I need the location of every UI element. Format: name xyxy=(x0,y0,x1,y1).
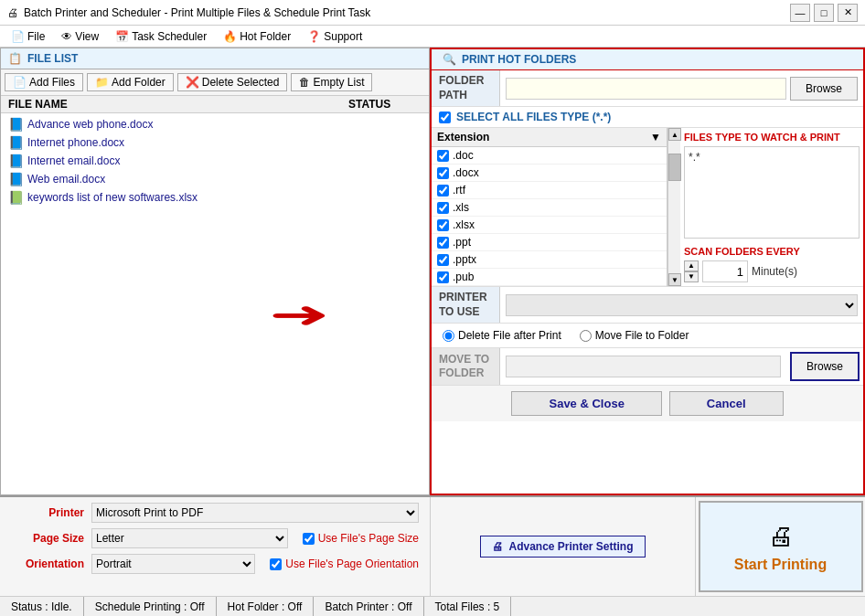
hot-folder-header: 🔍 PRINT HOT FOLDERS xyxy=(432,49,863,70)
ext-scrollbar: ▲ ▼ xyxy=(667,128,680,286)
menu-bar: 📄File 👁View 📅Task Scheduler 🔥Hot Folder … xyxy=(0,26,865,48)
printer-to-use-row: PRINTER TO USE xyxy=(432,287,863,324)
ext-item-doc: .doc xyxy=(432,147,667,165)
delete-file-radio[interactable] xyxy=(443,330,454,342)
ext-checkbox-xlsx[interactable] xyxy=(437,219,449,231)
list-item[interactable]: 📘 Web email.docx xyxy=(1,170,429,188)
ext-checkbox-pptx[interactable] xyxy=(437,254,449,266)
doc-icon: 📘 xyxy=(8,117,24,132)
start-printing-button[interactable]: 🖨 Start Printing xyxy=(699,501,863,592)
ext-item-ppt: .ppt xyxy=(432,234,667,251)
file-list-header: 📋 FILE LIST xyxy=(1,48,429,69)
file-name: Internet email.docx xyxy=(27,154,422,167)
file-list-icon: 📋 xyxy=(8,52,22,65)
hot-folder-title: PRINT HOT FOLDERS xyxy=(462,53,576,66)
bottom-left-panel: Printer Microsoft Print to PDF Page Size… xyxy=(0,497,431,596)
select-all-checkbox[interactable] xyxy=(439,112,451,123)
advance-printer-button[interactable]: 🖨 Advance Printer Setting xyxy=(480,536,645,558)
add-folder-button[interactable]: 📁Add Folder xyxy=(87,73,174,91)
scroll-up-arrow[interactable]: ▲ xyxy=(668,128,681,141)
main-area: 📋 FILE LIST 📄Add Files 📁Add Folder ❌Dele… xyxy=(0,48,865,495)
printer-to-use-select[interactable] xyxy=(506,294,858,316)
file-name: Web email.docx xyxy=(27,173,422,186)
hot-folder-glasses-icon: 🔍 xyxy=(443,53,456,66)
ext-checkbox-rtf[interactable] xyxy=(437,185,449,196)
menu-support[interactable]: ❓Support xyxy=(300,28,369,45)
use-files-orientation-option[interactable]: Use File's Page Orientation xyxy=(270,558,419,570)
move-to-folder-row: MOVE TO FOLDER Browse xyxy=(432,348,863,386)
close-button[interactable]: ✕ xyxy=(838,4,858,22)
move-file-radio[interactable] xyxy=(580,330,592,342)
advance-printer-area: 🖨 Advance Printer Setting xyxy=(431,497,696,596)
list-item[interactable]: 📘 Internet email.docx xyxy=(1,152,429,170)
printer-label: Printer xyxy=(11,506,84,519)
printer-settings-icon: 🖨 xyxy=(492,540,503,553)
ext-item-pub: .pub xyxy=(432,269,667,286)
move-file-option[interactable]: Move File to Folder xyxy=(580,329,689,342)
spin-down-button[interactable]: ▼ xyxy=(684,271,699,282)
column-filename: FILE NAME xyxy=(8,98,348,111)
ext-item-pptx: .pptx xyxy=(432,251,667,269)
title-bar-left: 🖨 Batch Printer and Scheduler - Print Mu… xyxy=(7,6,370,19)
page-size-select[interactable]: Letter xyxy=(91,528,288,548)
status-batch-printer: Batch Printer : Off xyxy=(314,597,423,616)
ext-item-xls: .xls xyxy=(432,199,667,217)
move-to-folder-label: MOVE TO FOLDER xyxy=(432,348,500,385)
ext-checkbox-docx[interactable] xyxy=(437,167,449,179)
use-files-orientation-checkbox[interactable] xyxy=(270,558,282,570)
cancel-button[interactable]: Cancel xyxy=(669,391,784,416)
select-all-row: SELECT ALL FILES TYPE (*.*) xyxy=(432,107,863,128)
dropdown-icon: ▼ xyxy=(650,131,661,143)
spin-up-button[interactable]: ▲ xyxy=(684,260,699,271)
list-item[interactable]: 📗 keywords list of new softwares.xlsx xyxy=(1,188,429,207)
printer-setting-row: Printer Microsoft Print to PDF xyxy=(11,503,419,523)
app-icon: 🖨 xyxy=(7,6,18,19)
scan-interval-input[interactable]: 1 xyxy=(702,260,748,282)
file-icon: 📄 xyxy=(11,30,25,43)
use-files-page-size-option[interactable]: Use File's Page Size xyxy=(303,532,419,545)
xlsx-icon: 📗 xyxy=(8,190,24,205)
menu-view[interactable]: 👁View xyxy=(54,28,106,45)
scroll-down-arrow[interactable]: ▼ xyxy=(668,273,681,286)
delete-selected-button[interactable]: ❌Delete Selected xyxy=(177,73,288,91)
status-hot-folder: Hot Folder : Off xyxy=(217,597,315,616)
save-close-button[interactable]: Save & Close xyxy=(511,391,661,416)
menu-hot-folder[interactable]: 🔥Hot Folder xyxy=(216,28,298,45)
move-to-folder-input[interactable] xyxy=(506,356,781,377)
move-to-folder-browse-button[interactable]: Browse xyxy=(790,352,860,381)
list-item[interactable]: 📘 Internet phone.docx xyxy=(1,133,429,152)
ext-checkbox-doc[interactable] xyxy=(437,150,449,162)
ext-checkbox-xls[interactable] xyxy=(437,202,449,214)
extensions-area: Extension ▼ .doc .docx .rtf .xls .xlsx .… xyxy=(432,128,863,287)
calendar-icon: 📅 xyxy=(115,30,129,43)
hot-folder-panel: 🔍 PRINT HOT FOLDERS FOLDER PATH Browse S… xyxy=(430,48,865,495)
help-icon: ❓ xyxy=(307,30,321,43)
folder-path-row: FOLDER PATH Browse xyxy=(432,70,863,107)
folder-path-input[interactable] xyxy=(506,78,786,100)
menu-file[interactable]: 📄File xyxy=(4,28,52,45)
empty-list-button[interactable]: 🗑Empty List xyxy=(291,73,372,91)
ext-item-rtf: .rtf xyxy=(432,182,667,199)
ext-checkbox-pub[interactable] xyxy=(437,271,449,283)
status-total-files: Total Files : 5 xyxy=(424,597,512,616)
files-type-panel: FILES TYPE TO WATCH & PRINT *.* SCAN FOL… xyxy=(680,128,863,286)
minimize-button[interactable]: — xyxy=(790,4,810,22)
status-idle: Status : Idle. xyxy=(7,597,84,616)
ext-checkbox-ppt[interactable] xyxy=(437,237,449,249)
use-files-page-size-checkbox[interactable] xyxy=(303,533,315,545)
scroll-thumb[interactable] xyxy=(668,154,681,181)
ext-item-docx: .docx xyxy=(432,165,667,182)
status-schedule: Schedule Printing : Off xyxy=(84,597,217,616)
doc-icon: 📘 xyxy=(8,135,24,150)
list-item[interactable]: 📘 Advance web phone.docx xyxy=(1,115,429,133)
orientation-select[interactable]: Portrait xyxy=(91,554,255,574)
delete-file-option[interactable]: Delete File after Print xyxy=(443,329,561,342)
extension-list: Extension ▼ .doc .docx .rtf .xls .xlsx .… xyxy=(432,128,667,286)
menu-task-scheduler[interactable]: 📅Task Scheduler xyxy=(108,28,214,45)
view-icon: 👁 xyxy=(61,30,72,43)
folder-path-browse-button[interactable]: Browse xyxy=(790,77,858,101)
add-files-button[interactable]: 📄Add Files xyxy=(5,73,83,91)
status-bar: Status : Idle. Schedule Printing : Off H… xyxy=(0,596,865,616)
printer-select[interactable]: Microsoft Print to PDF xyxy=(91,503,419,523)
maximize-button[interactable]: □ xyxy=(814,4,834,22)
